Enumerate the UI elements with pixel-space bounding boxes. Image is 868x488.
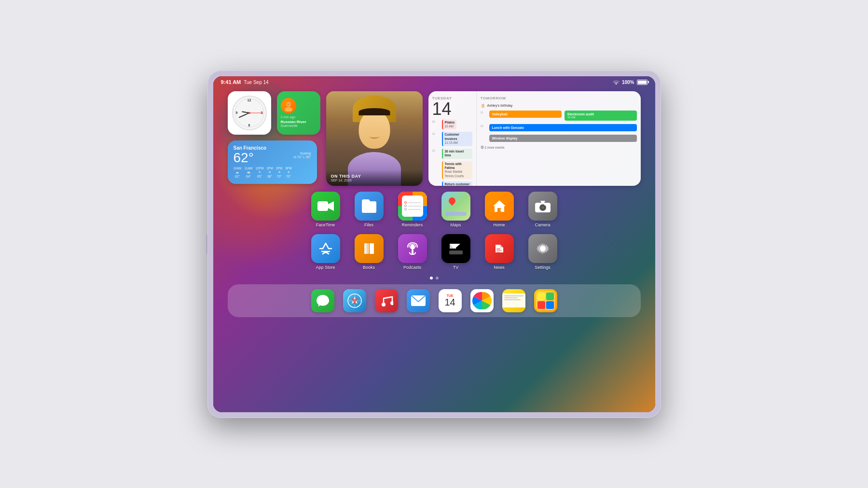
hair: [358, 108, 390, 115]
clock-second-hand: [249, 112, 263, 113]
dock-mail[interactable]: [407, 289, 430, 312]
birthday-label: Ashley's birthday: [487, 104, 513, 107]
apps-section: FaceTime Files: [213, 192, 655, 270]
music-dock-icon[interactable]: [375, 289, 398, 312]
photo-date: SEP 14, 2020: [331, 179, 418, 182]
weather-hour-5: 2PM ☀ 70°: [276, 167, 282, 178]
notes-dock-icon[interactable]: [502, 289, 525, 312]
settings-label: Settings: [535, 265, 551, 270]
page-dot-2[interactable]: [436, 277, 439, 279]
app-podcasts[interactable]: Podcasts: [398, 234, 427, 270]
app-appstore[interactable]: App Store: [311, 234, 340, 270]
mail-dock-icon[interactable]: [407, 289, 430, 312]
svg-point-1: [285, 107, 292, 112]
dock-utilities[interactable]: [534, 289, 557, 312]
settings-icon[interactable]: [528, 234, 557, 263]
app-maps[interactable]: Maps: [441, 192, 470, 227]
photo-widget[interactable]: ON THIS DAY SEP 14, 2020: [326, 91, 423, 186]
svg-point-11: [541, 206, 544, 209]
app-grid-row2: App Store Books: [228, 234, 641, 270]
messages-widget-content: 2 min ago Russian River Guerneville: [277, 94, 320, 131]
svg-rect-20: [496, 250, 502, 251]
appstore-label: App Store: [316, 265, 335, 270]
dock-calendar[interactable]: TUE 14: [439, 289, 462, 312]
app-home[interactable]: Home: [485, 192, 514, 227]
app-camera[interactable]: Camera: [528, 192, 557, 227]
facetime-icon[interactable]: [311, 192, 340, 221]
clock-face: 12 3 6 9: [232, 96, 267, 130]
dock-safari[interactable]: [343, 289, 366, 312]
app-files[interactable]: Files: [355, 192, 384, 227]
weather-widget[interactable]: San Francisco 62° Sunny H:70° L:55°: [228, 140, 317, 184]
dock-photos[interactable]: [470, 289, 494, 312]
clock-widget[interactable]: 12 3 6 9: [228, 91, 271, 135]
wifi-icon: [613, 79, 620, 85]
cal-tomorrow-volleyball: Volleyball: [489, 111, 562, 118]
weather-hour-4: 1PM ☀ 68°: [266, 167, 273, 178]
app-reminders[interactable]: Reminders: [398, 192, 427, 227]
calendar-tomorrow-label: TOMORROW: [481, 96, 637, 100]
weather-city: San Francisco: [234, 145, 311, 151]
maps-label: Maps: [450, 223, 461, 227]
cal-event-tennis: Tennis with Fatima Rose Marble Tennis Co…: [442, 161, 472, 181]
dock-messages[interactable]: [311, 289, 334, 312]
svg-line-27: [384, 297, 392, 298]
page-dots: [213, 277, 655, 279]
reminders-icon[interactable]: [398, 192, 427, 221]
svg-rect-6: [362, 201, 369, 205]
news-label: News: [494, 265, 505, 270]
photo-on-this-day-label: ON THIS DAY: [331, 174, 418, 179]
cal-event-travel: 30 min travel time: [442, 149, 472, 159]
weather-condition-block: Sunny H:70° L:55°: [294, 151, 311, 159]
podcasts-icon[interactable]: [398, 234, 427, 263]
cal-tomorrow-lunch: Lunch with Gonzalo: [489, 124, 637, 131]
app-settings[interactable]: Settings: [528, 234, 557, 270]
cal-event-pilates: Pilates 10 AM: [442, 120, 457, 130]
home-icon[interactable]: [485, 192, 514, 221]
ipad-device: 9:41 AM Tue Sep 14 100%: [207, 70, 661, 418]
dock-notes[interactable]: [502, 289, 525, 312]
status-icons: 100%: [613, 79, 648, 85]
reminders-label: Reminders: [402, 223, 423, 227]
appstore-icon[interactable]: [311, 234, 340, 263]
tomorrow-events-grid: 11 Volleyball Stockroom audit 10 AM 1: [481, 111, 637, 144]
weather-high-low: H:70° L:55°: [294, 155, 311, 159]
svg-rect-15: [367, 243, 368, 254]
weather-hour-3: 12PM ☀ 65°: [255, 167, 263, 178]
safari-dock-icon[interactable]: [343, 289, 366, 312]
page-dot-1[interactable]: [430, 277, 433, 279]
side-button: [206, 235, 207, 254]
books-icon[interactable]: [355, 234, 384, 263]
files-icon[interactable]: [355, 192, 384, 221]
messages-widget[interactable]: 2 min ago Russian River Guerneville: [277, 91, 320, 135]
app-tv[interactable]: TV: [441, 234, 470, 270]
messages-time: 2 min ago: [281, 115, 296, 119]
dock-music[interactable]: [375, 289, 398, 312]
messages-dock-icon[interactable]: [311, 289, 334, 312]
battery-percent: 100%: [622, 80, 634, 85]
cal-event-return: Return customer s...: [442, 181, 472, 185]
maps-icon[interactable]: [441, 192, 470, 221]
battery-fill: [638, 81, 647, 84]
tv-icon[interactable]: [441, 234, 470, 263]
svg-rect-21: [496, 251, 500, 252]
svg-point-16: [410, 245, 415, 250]
cal-event-invoices: Customer invoices 11:15 AM: [442, 132, 472, 146]
app-books[interactable]: Books: [355, 234, 384, 270]
calendar-widget[interactable]: TUESDAY 14 10 Pilates 10 AM: [428, 91, 641, 186]
cal-tomorrow-window: Window display: [489, 135, 637, 142]
calendar-dock-icon[interactable]: TUE 14: [439, 289, 462, 312]
app-news[interactable]: News: [485, 234, 514, 270]
camera-icon[interactable]: [528, 192, 557, 221]
svg-marker-4: [328, 201, 334, 211]
calendar-tomorrow-column: TOMORROW 🎂 Ashley's birthday 11 Volleyba…: [477, 91, 641, 186]
photos-dock-icon[interactable]: [470, 289, 494, 312]
calendar-today-num: 14: [432, 100, 472, 118]
news-icon[interactable]: [485, 234, 514, 263]
battery-icon: [637, 80, 648, 85]
svg-rect-14: [370, 243, 374, 254]
app-facetime[interactable]: FaceTime: [311, 192, 340, 227]
calendar-more-events: ⦿ 2 more events: [481, 146, 637, 149]
utilities-dock-icon[interactable]: [534, 289, 557, 312]
svg-rect-18: [449, 251, 463, 254]
